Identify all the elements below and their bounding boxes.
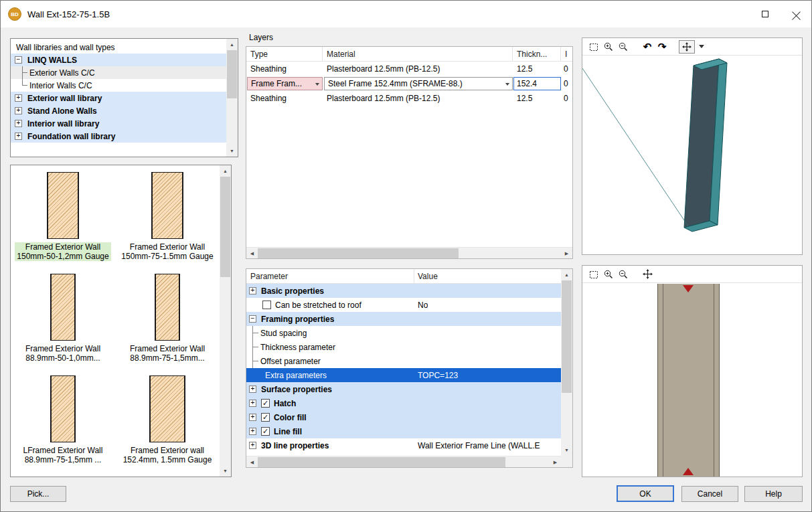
scroll-down-icon[interactable] <box>220 465 231 477</box>
zoom-out-icon[interactable] <box>616 39 631 54</box>
parameters-vscrollbar[interactable] <box>561 269 572 456</box>
layer-material-select[interactable]: Steel Frame 152.4mm (SFRAME-88.) <box>324 77 513 90</box>
tree-item-interior-walls-cc[interactable]: Interior Walls C/C <box>11 79 226 92</box>
tree-item-exterior-wall-library[interactable]: Exterior wall library <box>11 92 226 104</box>
layer-material-cell[interactable]: Plasterboard 12.5mm (PB-12.5) <box>323 62 513 76</box>
ok-button[interactable]: OK <box>617 485 674 502</box>
wall-type-item-2[interactable]: Framed Exterior Wall 150mm-75-1.5mm Gaug… <box>119 172 215 274</box>
column-header-thickness[interactable]: Thickn... <box>513 47 561 61</box>
scroll-right-icon[interactable] <box>561 248 572 259</box>
layer-type-cell[interactable]: Sheathing <box>246 91 323 106</box>
collapse-icon[interactable] <box>15 56 22 64</box>
column-header-cutoff[interactable]: I <box>561 47 572 61</box>
scroll-right-icon[interactable] <box>550 456 561 468</box>
scroll-up-icon[interactable] <box>226 39 238 50</box>
expand-icon[interactable] <box>249 386 256 393</box>
wall-type-item-4[interactable]: Framed Exterior Wall 88.9mm-75-1,5mm... <box>128 274 207 375</box>
expand-icon[interactable] <box>15 120 22 127</box>
expand-icon[interactable] <box>249 400 256 407</box>
scroll-left-icon[interactable] <box>246 456 258 468</box>
param-stud-spacing[interactable]: Stud spacing <box>246 326 561 340</box>
column-header-parameter[interactable]: Parameter <box>246 269 414 283</box>
checkbox-checked[interactable] <box>261 413 270 422</box>
tree-item-foundation-wall-library[interactable]: Foundation wall library <box>11 130 226 143</box>
checkbox-checked[interactable] <box>261 399 270 408</box>
layer-thickness-cell[interactable]: 12.5 <box>513 62 561 76</box>
param-extra-parameters-selected[interactable]: Extra parameters TOPC=123 <box>246 368 561 382</box>
expand-icon[interactable] <box>15 107 22 114</box>
param-group-line-fill[interactable]: Line fill <box>246 424 561 438</box>
help-button[interactable]: Help <box>744 486 803 502</box>
scroll-up-icon[interactable] <box>561 269 572 280</box>
checkbox-unchecked[interactable] <box>262 301 271 309</box>
zoom-in-icon[interactable] <box>601 267 616 282</box>
tree-item-linq-walls[interactable]: LINQ WALLS <box>11 54 226 66</box>
wall-type-item-6[interactable]: Framed Exterior wall 152.4mm, 1.5mm Gaug… <box>121 375 214 477</box>
pan-icon[interactable] <box>640 267 655 282</box>
param-group-framing-properties[interactable]: Framing properties <box>246 312 561 326</box>
scroll-left-icon[interactable] <box>246 248 258 259</box>
tree-item-interior-wall-library[interactable]: Interior wall library <box>11 117 226 130</box>
layer-type-select[interactable]: Frame Fram... <box>247 77 323 90</box>
maximize-button[interactable] <box>750 1 781 27</box>
scroll-down-icon[interactable] <box>561 444 572 456</box>
expand-icon[interactable] <box>15 133 22 140</box>
zoom-window-icon[interactable] <box>586 39 601 54</box>
layers-hscrollbar[interactable] <box>246 247 572 258</box>
layer-thickness-cell[interactable]: 12.5 <box>513 91 561 106</box>
scrollbar-thumb[interactable] <box>220 177 230 277</box>
zoom-window-icon[interactable] <box>586 267 601 282</box>
tree-scrollbar[interactable] <box>226 39 238 157</box>
scrollbar-thumb[interactable] <box>227 50 237 98</box>
zoom-in-icon[interactable] <box>601 39 616 54</box>
column-header-type[interactable]: Type <box>246 47 323 61</box>
layer-offset-cell[interactable]: 0 <box>561 91 569 106</box>
param-group-3d-line-properties[interactable]: 3D line properties Wall Exterior Frame L… <box>246 438 561 452</box>
parameters-hscrollbar[interactable] <box>246 456 561 467</box>
layer-offset-cell[interactable]: 0 <box>561 76 569 91</box>
scroll-down-icon[interactable] <box>226 145 238 157</box>
rotate-cw-icon[interactable]: ↷ <box>655 39 669 54</box>
close-button[interactable] <box>781 1 811 27</box>
expand-icon[interactable] <box>249 414 256 421</box>
pick-button[interactable]: Pick... <box>10 486 66 502</box>
tree-item-stand-alone-walls[interactable]: Stand Alone Walls <box>11 104 226 117</box>
scrollbar-thumb[interactable] <box>258 457 505 467</box>
expand-icon[interactable] <box>249 287 256 294</box>
column-header-material[interactable]: Material <box>323 47 513 61</box>
wall-3d-preview[interactable] <box>582 56 802 254</box>
layer-row-2-selected[interactable]: Frame Fram... Steel Frame 152.4mm (SFRAM… <box>246 76 572 91</box>
param-can-be-stretched[interactable]: Can be stretched to roof No <box>246 298 561 312</box>
chevron-down-icon[interactable] <box>699 45 704 48</box>
wall-type-item-1[interactable]: Framed Exterior Wall 150mm-50-1,2mm Gaug… <box>15 172 110 274</box>
param-group-basic-properties[interactable]: Basic properties <box>246 284 561 298</box>
expand-icon[interactable] <box>249 428 256 435</box>
param-group-hatch[interactable]: Hatch <box>246 396 561 410</box>
wall-type-item-3[interactable]: Framed Exterior Wall 88.9mm-50-1,0mm... <box>23 274 102 375</box>
collapse-icon[interactable] <box>249 315 256 323</box>
gallery-scrollbar[interactable] <box>220 165 231 477</box>
layer-row-1[interactable]: Sheathing Plasterboard 12.5mm (PB-12.5) … <box>246 62 572 76</box>
scroll-up-icon[interactable] <box>220 165 231 177</box>
layer-row-3[interactable]: Sheathing Plasterboard 12.5mm (PB-12.5) … <box>246 91 572 106</box>
expand-icon[interactable] <box>15 94 22 102</box>
wall-section-preview[interactable] <box>582 284 802 477</box>
layer-offset-cell[interactable]: 0 <box>561 62 569 76</box>
scrollbar-thumb[interactable] <box>562 280 572 393</box>
param-offset-parameter[interactable]: Offset parameter <box>246 354 561 368</box>
wall-type-item-5[interactable]: LFramed Exterior Wall 88.9mm-75-1,5mm ..… <box>21 375 105 477</box>
layer-type-cell[interactable]: Sheathing <box>246 62 323 76</box>
scrollbar-thumb[interactable] <box>258 248 459 258</box>
rotate-ccw-icon[interactable]: ↶ <box>640 39 655 54</box>
expand-icon[interactable] <box>249 442 256 449</box>
column-header-value[interactable]: Value <box>414 269 442 283</box>
param-group-surface-properties[interactable]: Surface properties <box>246 382 561 396</box>
checkbox-checked[interactable] <box>261 427 270 436</box>
cancel-button[interactable]: Cancel <box>681 486 738 502</box>
pan-tool-icon[interactable] <box>679 40 695 54</box>
param-thickness-parameter[interactable]: Thickness parameter <box>246 340 561 354</box>
param-group-color-fill[interactable]: Color fill <box>246 410 561 424</box>
layer-material-cell[interactable]: Plasterboard 12.5mm (PB-12.5) <box>323 91 513 106</box>
tree-item-exterior-walls-cc[interactable]: Exterior Walls C/C <box>11 66 226 79</box>
zoom-out-icon[interactable] <box>616 267 631 282</box>
